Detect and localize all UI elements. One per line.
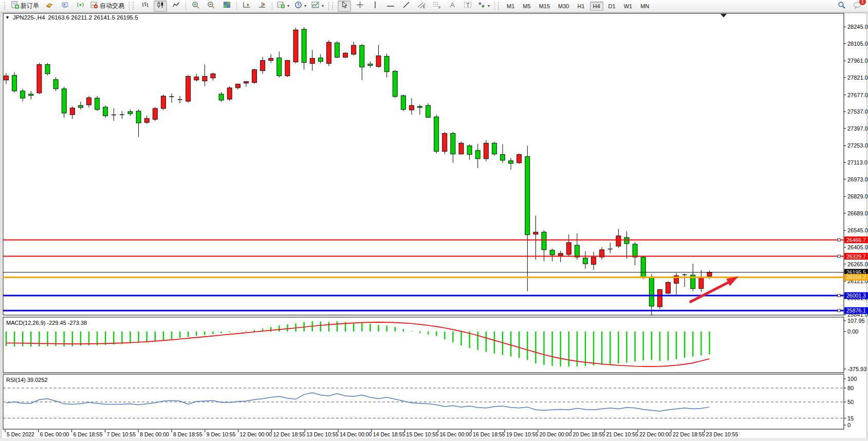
svg-text:23 Dec 10:55: 23 Dec 10:55 bbox=[706, 431, 738, 437]
svg-text:27537.0: 27537.0 bbox=[847, 108, 868, 115]
svg-text:26689.0: 26689.0 bbox=[847, 210, 868, 216]
timeframe-button-M15[interactable]: M15 bbox=[536, 2, 553, 11]
chevron-down-icon: ▾ bbox=[304, 4, 306, 8]
timeframe-button-MN[interactable]: MN bbox=[637, 2, 652, 11]
svg-text:15 Dec 10:55: 15 Dec 10:55 bbox=[407, 431, 439, 437]
vertical-line-icon bbox=[373, 1, 378, 11]
chart-window[interactable]: 28245.028105.027961.027821.027677.027537… bbox=[0, 12, 868, 441]
market-box-button[interactable] bbox=[43, 1, 56, 12]
svg-text:26329.7: 26329.7 bbox=[846, 253, 866, 260]
template-icon bbox=[311, 1, 320, 11]
cursor-button[interactable] bbox=[338, 1, 351, 12]
svg-text:16 Dec 00:00: 16 Dec 00:00 bbox=[439, 431, 472, 437]
timeframe-button-H1[interactable]: H1 bbox=[574, 2, 587, 11]
svg-text:6 Dec 18:55: 6 Dec 18:55 bbox=[73, 431, 103, 437]
svg-text:T: T bbox=[466, 2, 470, 8]
timeframe-button-M30[interactable]: M30 bbox=[555, 2, 572, 11]
svg-text:26545.0: 26545.0 bbox=[847, 227, 868, 233]
right-icons-group: 1 bbox=[833, 0, 866, 12]
trendline-icon bbox=[402, 1, 410, 11]
new-chart-button[interactable]: ▾ bbox=[275, 1, 291, 12]
new-order-label: 新订单 bbox=[21, 2, 39, 10]
horizontal-line-icon bbox=[386, 2, 395, 11]
terminal-icon bbox=[61, 1, 69, 11]
candlestick-chart-button[interactable] bbox=[154, 1, 167, 12]
svg-text:50: 50 bbox=[847, 399, 854, 405]
chart-dropdown-icon[interactable]: ▼ bbox=[5, 15, 10, 20]
arrows-button[interactable]: ▾ bbox=[476, 1, 491, 12]
timeframe-group: M1M5M15M30H1H4D1W1MN bbox=[496, 0, 654, 12]
chevron-down-icon: ▾ bbox=[287, 4, 289, 8]
chart-ohlc-values: 26163.6 26211.2 26141.5 26195.5 bbox=[48, 14, 138, 21]
svg-text:28105.0: 28105.0 bbox=[847, 41, 868, 47]
channel-button[interactable]: E bbox=[415, 1, 428, 12]
text-label-icon: T bbox=[464, 1, 472, 11]
chart-symbol-period: JPN225-,H4 bbox=[13, 14, 45, 21]
bar-chart-button[interactable] bbox=[138, 1, 152, 12]
arrows-icon bbox=[478, 1, 486, 11]
chevron-down-icon: ▾ bbox=[322, 4, 324, 8]
timeframe-button-M5[interactable]: M5 bbox=[520, 2, 533, 11]
svg-text:14 Dec 00:00: 14 Dec 00:00 bbox=[340, 431, 372, 437]
signal-button[interactable] bbox=[73, 1, 87, 12]
zoom-out-button[interactable] bbox=[205, 1, 218, 12]
text-label-button[interactable]: T bbox=[461, 1, 474, 12]
line-chart-button[interactable] bbox=[169, 1, 182, 12]
auto-trading-label: 自动交易 bbox=[100, 2, 124, 10]
toolbar-separator bbox=[328, 2, 329, 10]
toolbar-separator bbox=[186, 2, 186, 10]
crosshair-icon bbox=[356, 1, 364, 11]
crosshair-button[interactable] bbox=[353, 1, 366, 12]
svg-text:12 Dec 00:00: 12 Dec 00:00 bbox=[240, 431, 272, 437]
timeframe-button-M1[interactable]: M1 bbox=[504, 2, 518, 11]
svg-text:27397.0: 27397.0 bbox=[847, 125, 868, 132]
tile-windows-icon bbox=[223, 1, 231, 11]
svg-text:20 Dec 00:00: 20 Dec 00:00 bbox=[540, 431, 572, 437]
svg-text:F: F bbox=[438, 6, 440, 9]
svg-text:26829.0: 26829.0 bbox=[847, 193, 868, 199]
timeframe-button-H4[interactable]: H4 bbox=[590, 2, 603, 11]
svg-text:22 Dec 00:00: 22 Dec 00:00 bbox=[639, 431, 672, 437]
cursor-icon bbox=[341, 1, 348, 11]
zoom-in-button[interactable] bbox=[189, 1, 202, 12]
svg-text:26001.3: 26001.3 bbox=[846, 292, 866, 299]
template-button[interactable]: ▾ bbox=[310, 1, 325, 12]
svg-text:26405.0: 26405.0 bbox=[847, 244, 868, 250]
svg-text:12 Dec 18:55: 12 Dec 18:55 bbox=[273, 431, 305, 437]
svg-text:0: 0 bbox=[847, 422, 851, 428]
auto-scroll-button[interactable] bbox=[240, 1, 253, 12]
toolbar-separator bbox=[236, 2, 237, 10]
text-button[interactable]: A bbox=[446, 1, 459, 12]
svg-text:6 Dec 00:00: 6 Dec 00:00 bbox=[40, 431, 69, 437]
auto-trading-button[interactable]: 自动交易 bbox=[89, 1, 126, 12]
fibonacci-button[interactable]: F bbox=[430, 1, 444, 12]
svg-text:9 Dec 10:55: 9 Dec 10:55 bbox=[207, 431, 236, 437]
svg-text:14 Dec 18:55: 14 Dec 18:55 bbox=[373, 431, 405, 437]
svg-text:19 Dec 10:55: 19 Dec 10:55 bbox=[506, 431, 539, 437]
trendline-button[interactable] bbox=[399, 1, 413, 12]
svg-text:27253.0: 27253.0 bbox=[847, 142, 868, 149]
svg-text:27677.0: 27677.0 bbox=[847, 92, 868, 98]
chart-shift-button[interactable] bbox=[255, 1, 269, 12]
period-button[interactable]: ▾ bbox=[293, 1, 308, 12]
svg-text:-375.93: -375.93 bbox=[847, 366, 866, 372]
scroll-group bbox=[238, 0, 271, 12]
svg-text:26154.3: 26154.3 bbox=[846, 274, 866, 280]
chart-canvas[interactable]: 28245.028105.027961.027821.027677.027537… bbox=[0, 12, 868, 441]
horizontal-line-button[interactable] bbox=[384, 1, 397, 12]
svg-text:26973.0: 26973.0 bbox=[847, 176, 868, 182]
signal-icon bbox=[77, 1, 84, 11]
channel-icon: E bbox=[417, 1, 426, 11]
svg-text:16 Dec 18:55: 16 Dec 18:55 bbox=[473, 431, 505, 437]
svg-text:100: 100 bbox=[847, 376, 857, 382]
timeframe-button-D1[interactable]: D1 bbox=[605, 2, 619, 11]
vertical-line-button[interactable] bbox=[368, 1, 382, 12]
tile-windows-button[interactable] bbox=[220, 1, 233, 12]
search-button[interactable] bbox=[835, 1, 848, 12]
zoom-in-icon bbox=[192, 1, 200, 11]
notifications-button[interactable]: 1 bbox=[851, 1, 864, 12]
terminal-button[interactable] bbox=[58, 1, 71, 12]
timeframe-button-W1[interactable]: W1 bbox=[621, 2, 636, 11]
zoom-group bbox=[187, 0, 235, 12]
new-order-button[interactable]: 新订单 bbox=[10, 1, 41, 12]
